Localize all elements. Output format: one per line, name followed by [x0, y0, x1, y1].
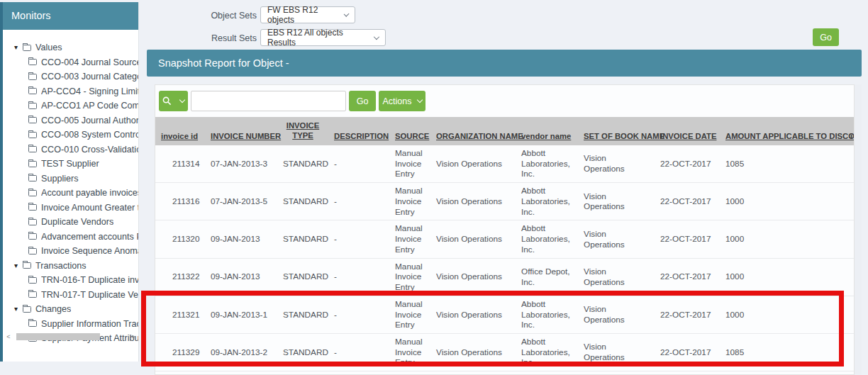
table-cell	[845, 296, 855, 333]
tree-item-cco-003-journal-categori[interactable]: CCO-003 Journal Categori	[3, 69, 138, 84]
folder-icon	[28, 175, 37, 181]
folder-icon	[28, 233, 37, 240]
column-header-i[interactable]: i	[845, 117, 855, 145]
table-cell	[845, 258, 855, 296]
table-cell: Abbott Laboratories, Inc.	[516, 296, 578, 333]
tree-item-values[interactable]: ▾ Values	[3, 40, 138, 55]
tree-item-cco-008-system-controls[interactable]: CCO-008 System Controls	[3, 128, 138, 142]
search-input[interactable]	[191, 91, 346, 111]
report-toolbar: Go Actions	[159, 91, 425, 111]
table-row[interactable]: 21131607-JAN-2013-5STANDARD-Manual Invoi…	[155, 183, 855, 220]
vertical-scrollbar-track[interactable]	[855, 84, 862, 375]
search-go-button[interactable]: Go	[349, 91, 376, 111]
result-sets-label: Result Sets	[200, 33, 257, 43]
table-cell: -	[328, 145, 389, 183]
table-cell: 22-OCT-2017	[655, 334, 720, 371]
search-menu-button[interactable]	[159, 91, 188, 111]
column-header-invoice-number[interactable]: INVOICE NUMBER	[205, 117, 277, 145]
folder-icon	[28, 190, 37, 196]
table-cell: 22-OCT-2017	[655, 258, 720, 296]
column-header-source[interactable]: SOURCE	[389, 117, 430, 145]
table-row[interactable]: 21131407-JAN-2013-3STANDARD-Manual Invoi…	[155, 145, 855, 183]
tree-item-suppliers[interactable]: Suppliers	[3, 172, 138, 186]
table-cell: Manual Invoice Entry	[389, 183, 430, 220]
table-row[interactable]: 21132909-JAN-2013-2STANDARD-Manual Invoi…	[155, 334, 855, 371]
tree-item-cco-010-cross-validation[interactable]: CCO-010 Cross-Validation	[3, 142, 138, 157]
chevron-down-icon	[179, 97, 185, 103]
tree-item-label: TEST Supplier	[41, 157, 99, 172]
column-header-set-of-book-name[interactable]: SET OF BOOK NAME	[578, 117, 655, 145]
chevron-down-icon	[343, 11, 349, 16]
table-cell: 07-JAN-2013-5	[205, 183, 277, 220]
table-cell: 22-OCT-2017	[655, 183, 720, 220]
table-cell: Manual Invoice Entry	[389, 258, 430, 296]
folder-icon	[28, 277, 37, 284]
tree-item-supplier-information-track[interactable]: Supplier Information Track	[3, 317, 138, 332]
tree-item-label: Duplicate Vendors	[41, 215, 113, 230]
object-sets-value: FW EBS R12 objects	[267, 5, 339, 25]
table-cell: 1000	[720, 296, 845, 333]
column-header-description[interactable]: DESCRIPTION	[328, 117, 389, 145]
tree-item-ap-cco1-ap-code-combin[interactable]: AP-CCO1 AP Code Combin	[3, 99, 138, 113]
table-cell: STANDARD	[277, 183, 328, 220]
table-cell: Manual Invoice Entry	[389, 220, 430, 258]
tree-item-cco-005-journal-authoriz[interactable]: CCO-005 Journal Authoriz	[3, 113, 138, 128]
tree-item-label: TRN-017-T Duplicate Vend	[41, 288, 138, 303]
folder-icon	[28, 291, 37, 298]
table-cell: Vision Operations	[578, 220, 655, 258]
tree-item-changes[interactable]: ▾ Changes	[3, 302, 138, 317]
table-cell: 1085	[720, 145, 845, 183]
monitors-tree: ▾ Values CCO-004 Journal Sources CCO-003…	[3, 40, 138, 346]
tree-item-duplicate-vendors[interactable]: Duplicate Vendors	[3, 215, 138, 230]
table-cell: Manual Invoice Entry	[389, 145, 430, 183]
tree-item-account-payable-invoices[interactable]: Account payable invoices	[3, 186, 138, 201]
table-cell: -	[328, 220, 389, 258]
column-header-invoice-date[interactable]: INVOICE DATE	[655, 117, 720, 145]
actions-label: Actions	[383, 96, 412, 106]
table-cell: -	[328, 183, 389, 220]
table-cell: Manual Invoice Entry	[389, 334, 430, 371]
tree-item-invoice-sequence-anomali[interactable]: Invoice Sequence Anomali	[3, 244, 138, 259]
actions-button[interactable]: Actions	[379, 91, 425, 111]
scroll-right-icon[interactable]: >	[130, 333, 137, 340]
table-cell	[845, 334, 855, 371]
tree-item-transactions[interactable]: ▾ Transactions	[3, 259, 138, 274]
tree-item-test-supplier[interactable]: TEST Supplier	[3, 157, 138, 172]
scrollbar-thumb[interactable]	[16, 333, 100, 340]
tree-item-invoice-amount-greater-th[interactable]: Invoice Amount Greater th	[3, 201, 138, 216]
column-header-organization-name[interactable]: ORGANIZATION NAME	[430, 117, 516, 145]
folder-icon	[28, 320, 37, 327]
folder-icon	[28, 59, 37, 65]
table-row[interactable]: 21132109-JAN-2013-1STANDARD-Manual Invoi…	[155, 296, 855, 333]
tree-item-trn-017-t-duplicate-vend[interactable]: TRN-017-T Duplicate Vend	[3, 288, 138, 303]
column-header-invoice-id[interactable]: invoice id	[155, 117, 205, 145]
table-cell: 22-OCT-2017	[655, 220, 720, 258]
result-sets-value: EBS R12 All objects Results	[267, 28, 369, 47]
object-sets-select[interactable]: FW EBS R12 objects	[260, 6, 355, 23]
scroll-left-icon[interactable]: <	[5, 333, 12, 340]
table-row[interactable]: 21132209-JAN-2013STANDARD-Manual Invoice…	[155, 258, 855, 296]
tree-item-advancement-accounts-pr[interactable]: Advancement accounts Pr	[3, 230, 138, 245]
table-cell: 07-JAN-2013-3	[205, 145, 277, 183]
tree-item-label: AP-CCO1 AP Code Combin	[41, 99, 138, 113]
tree-item-label: CCO-004 Journal Sources	[41, 55, 138, 70]
report-title-bar: Snapshot Report for Object -	[147, 50, 862, 77]
scrollbar-track[interactable]	[12, 333, 130, 340]
sidebar-horizontal-scrollbar[interactable]: < >	[5, 332, 137, 341]
sidebar-title: Monitors	[3, 2, 138, 30]
column-header-vendor-name[interactable]: vendor name	[516, 117, 578, 145]
table-cell: Vision Operations	[430, 334, 516, 371]
column-header-invoice-type[interactable]: INVOICE TYPE	[277, 117, 328, 145]
table-row[interactable]: 21132009-JAN-2013STANDARD-Manual Invoice…	[155, 220, 855, 258]
table-header-row: invoice idINVOICE NUMBERINVOICE TYPEDESC…	[155, 117, 855, 145]
tree-item-ap-cco4-signing-limit-c[interactable]: AP-CCO4 - Signing Limit C	[3, 84, 138, 99]
go-button-top[interactable]: Go	[813, 28, 839, 46]
report-panel: Go Actions invoice idINVOICE NUMBERINVOI…	[155, 84, 855, 375]
column-header-amount-applicable-to-discount[interactable]: AMOUNT APPLICABLE TO DISCOUNT	[720, 117, 845, 145]
tree-item-trn-016-t-duplicate-invo[interactable]: TRN-016-T Duplicate invo	[3, 273, 138, 288]
table-cell: Vision Operations	[430, 258, 516, 296]
result-sets-select[interactable]: EBS R12 All objects Results	[260, 29, 386, 46]
tree-item-cco-004-journal-sources[interactable]: CCO-004 Journal Sources	[3, 55, 138, 70]
tree-item-label: Invoice Sequence Anomali	[41, 244, 138, 259]
table-cell: Vision Operations	[430, 145, 516, 183]
